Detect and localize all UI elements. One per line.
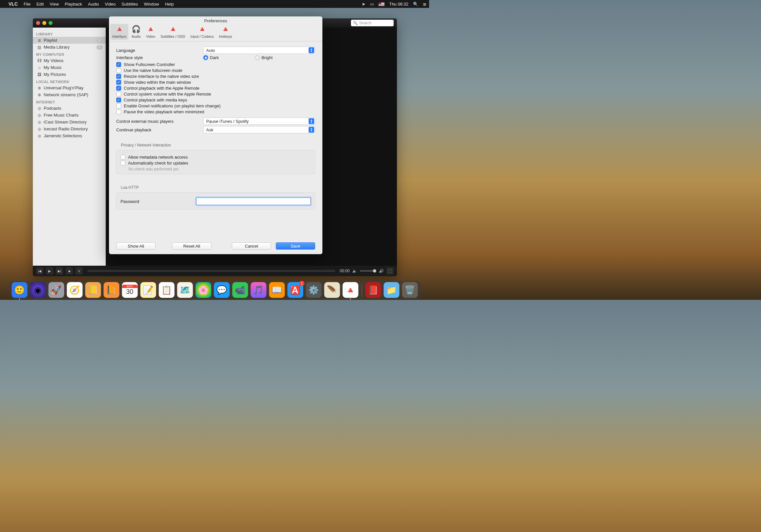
- checkbox-row[interactable]: ✓Resize interface to the native video si…: [116, 74, 315, 79]
- checkbox-row[interactable]: Use the native fullscreen mode: [116, 68, 315, 73]
- sidebar-item[interactable]: ◎Free Music Charts: [33, 112, 106, 119]
- checkbox-row[interactable]: Pause the video playback when minimized: [116, 109, 315, 114]
- notification-center-icon[interactable]: ≣: [423, 2, 427, 7]
- window-minimize-button[interactable]: [42, 21, 46, 25]
- menu-subtitles[interactable]: Subtitles: [121, 2, 138, 7]
- dock-diff-tool[interactable]: 🪶: [324, 282, 340, 298]
- checkbox-row[interactable]: ✓Show Fullscreen Controller: [116, 62, 315, 67]
- sidebar-item[interactable]: ▤Media Library0: [33, 44, 106, 51]
- checkbox[interactable]: [116, 68, 121, 73]
- sidebar-item[interactable]: ⊕Universal Plug'n'Play: [33, 85, 106, 91]
- dock-notes[interactable]: 📝: [140, 282, 156, 298]
- menubar-app[interactable]: VLC: [9, 1, 18, 7]
- sidebar-item[interactable]: 🎞My Videos: [33, 57, 106, 64]
- menubar-clock[interactable]: Thu 06:32: [389, 2, 408, 7]
- dock-trash[interactable]: 🗑️: [402, 282, 418, 298]
- sidebar-item[interactable]: ◎Icecast Radio Directory: [33, 125, 106, 132]
- checkbox[interactable]: [121, 155, 125, 160]
- dock-ibooks-author[interactable]: 📙: [103, 282, 119, 298]
- dock-contacts[interactable]: 📒: [85, 282, 101, 298]
- reset-all-button[interactable]: Reset All: [172, 242, 211, 250]
- cancel-button[interactable]: Cancel: [232, 242, 271, 250]
- checkbox[interactable]: ✓: [116, 97, 121, 102]
- checkbox[interactable]: [116, 91, 121, 96]
- dock-maps[interactable]: 🗺️: [177, 282, 193, 298]
- play-button[interactable]: ▶: [46, 267, 53, 274]
- prefs-tab-audio[interactable]: 🎧Audio: [130, 24, 143, 40]
- stop-button[interactable]: ■: [66, 267, 73, 274]
- checkbox-row[interactable]: ✓Control playback with the Apple Remote: [116, 86, 315, 90]
- checkbox[interactable]: ✓: [116, 74, 121, 79]
- dock-messages[interactable]: 💬: [214, 282, 229, 298]
- airplay-menu-icon[interactable]: ▭: [370, 2, 374, 7]
- sidebar-item[interactable]: ◎Podcasts: [33, 105, 106, 112]
- window-close-button[interactable]: [36, 21, 40, 25]
- sidebar-item[interactable]: 🖼My Pictures: [33, 71, 106, 78]
- vlc-search-field[interactable]: 🔍 Search: [351, 20, 394, 26]
- checkbox-row[interactable]: Automatically check for updates: [121, 160, 311, 165]
- style-dark-radio[interactable]: Dark: [203, 55, 219, 60]
- mute-button[interactable]: 🔈: [352, 268, 357, 273]
- window-zoom-button[interactable]: [49, 21, 52, 25]
- checkbox[interactable]: [116, 109, 121, 114]
- dock-appstore[interactable]: 🅰️ 1: [287, 282, 303, 298]
- external-players-select[interactable]: Pause iTunes / Spotify ▲▼: [203, 118, 315, 125]
- dock-facetime[interactable]: 📹: [232, 282, 248, 298]
- next-button[interactable]: ▶|: [56, 267, 63, 274]
- dock-calendar[interactable]: NOV 30: [122, 282, 138, 298]
- checkbox-row[interactable]: Allow metadata network access: [121, 155, 311, 160]
- menu-view[interactable]: View: [50, 2, 59, 7]
- show-all-button[interactable]: Show All: [116, 242, 156, 250]
- dock-adobe-reader[interactable]: 📕: [365, 282, 381, 298]
- spotlight-icon[interactable]: 🔍: [413, 2, 418, 7]
- prefs-tab-interface[interactable]: 🔺Interface: [110, 24, 128, 40]
- checkbox-row[interactable]: ✓Control playback with media keys: [116, 97, 315, 102]
- cursor-menu-icon[interactable]: ➤: [362, 2, 365, 7]
- checkbox[interactable]: ✓: [116, 86, 121, 90]
- checkbox-row[interactable]: ✓Show video within the main window: [116, 80, 315, 85]
- checkbox[interactable]: ✓: [116, 62, 121, 67]
- checkbox[interactable]: [116, 103, 121, 108]
- dock-launchpad[interactable]: 🚀: [48, 282, 64, 298]
- prefs-tab-subtitles-osd[interactable]: 🔺Subtitles / OSD: [158, 24, 187, 40]
- seek-slider[interactable]: [87, 270, 335, 272]
- dock-finder[interactable]: 🙂: [12, 282, 27, 298]
- dock-downloads[interactable]: 📁: [383, 282, 399, 298]
- prefs-tab-video[interactable]: 🔺Video: [144, 24, 157, 40]
- language-select[interactable]: Auto ▲▼: [203, 47, 315, 54]
- password-input[interactable]: [196, 197, 311, 205]
- menu-playback[interactable]: Playback: [65, 2, 82, 7]
- dock-safari[interactable]: 🧭: [67, 282, 83, 298]
- fullscreen-button[interactable]: ⛶: [386, 267, 394, 274]
- save-button[interactable]: Save: [276, 242, 315, 250]
- sidebar-item[interactable]: ⊗Network streams (SAP): [33, 91, 106, 98]
- checkbox-row[interactable]: Enable Growl notifications (on playlist …: [116, 103, 315, 108]
- menu-help[interactable]: Help: [165, 2, 174, 7]
- dock-photos[interactable]: 🌸: [195, 282, 211, 298]
- continue-playback-select[interactable]: Ask ▲▼: [203, 126, 315, 133]
- sidebar-item[interactable]: ◎iCast Stream Directory: [33, 119, 106, 125]
- dock-ibooks[interactable]: 📖: [269, 282, 285, 298]
- prev-button[interactable]: |◀: [36, 267, 43, 274]
- dock-system-preferences[interactable]: ⚙️: [306, 282, 322, 298]
- prefs-tab-input-codecs[interactable]: 🔺Input / Codecs: [189, 24, 216, 40]
- sidebar-item[interactable]: ≣Playlist0: [33, 37, 106, 44]
- checkbox[interactable]: ✓: [116, 80, 121, 85]
- checkbox[interactable]: [121, 160, 125, 165]
- menu-audio[interactable]: Audio: [88, 2, 99, 7]
- input-flag-icon[interactable]: [379, 2, 384, 6]
- dock-reminders[interactable]: 📋: [158, 282, 174, 298]
- dock-itunes[interactable]: 🎵: [251, 282, 266, 298]
- sidebar-item[interactable]: ♫My Music: [33, 64, 106, 71]
- volume-slider[interactable]: [360, 270, 376, 271]
- menu-edit[interactable]: Edit: [36, 2, 44, 7]
- style-bright-radio[interactable]: Bright: [255, 55, 272, 60]
- checkbox-row[interactable]: Control system volume with the Apple Rem…: [116, 91, 315, 96]
- prefs-tab-hotkeys[interactable]: 🔺Hotkeys: [217, 24, 234, 40]
- menu-video[interactable]: Video: [105, 2, 116, 7]
- sidebar-item[interactable]: ◎Jamendo Selections: [33, 132, 106, 139]
- dock-vlc[interactable]: 🔺: [342, 282, 358, 298]
- dock-siri[interactable]: ◉: [30, 282, 46, 298]
- playlist-button[interactable]: ≡: [76, 267, 83, 274]
- menu-window[interactable]: Window: [144, 2, 159, 7]
